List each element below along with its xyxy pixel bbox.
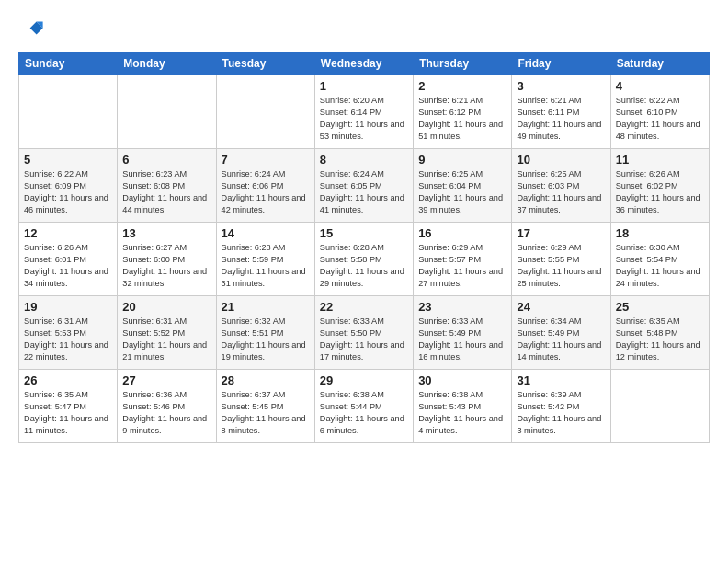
calendar-cell: 30Sunrise: 6:38 AM Sunset: 5:43 PM Dayli…	[414, 370, 512, 443]
calendar-cell: 11Sunrise: 6:26 AM Sunset: 6:02 PM Dayli…	[610, 149, 709, 223]
day-number: 22	[320, 300, 408, 314]
calendar-cell: 21Sunrise: 6:32 AM Sunset: 5:51 PM Dayli…	[216, 296, 314, 370]
calendar-cell: 13Sunrise: 6:27 AM Sunset: 6:00 PM Dayli…	[118, 223, 216, 296]
calendar-cell: 12Sunrise: 6:26 AM Sunset: 6:01 PM Dayli…	[19, 223, 118, 296]
day-number: 19	[24, 300, 112, 314]
calendar-cell	[118, 75, 216, 149]
weekday-header-wednesday: Wednesday	[314, 52, 413, 75]
calendar-cell: 10Sunrise: 6:25 AM Sunset: 6:03 PM Dayli…	[512, 149, 610, 223]
calendar-header-row: SundayMondayTuesdayWednesdayThursdayFrid…	[19, 52, 710, 75]
calendar-week-row: 5Sunrise: 6:22 AM Sunset: 6:09 PM Daylig…	[19, 149, 710, 223]
day-number: 17	[517, 226, 605, 240]
day-info: Sunrise: 6:37 AM Sunset: 5:45 PM Dayligh…	[222, 389, 310, 437]
day-number: 16	[418, 226, 506, 240]
calendar-cell: 28Sunrise: 6:37 AM Sunset: 5:45 PM Dayli…	[216, 370, 314, 443]
calendar-cell: 7Sunrise: 6:24 AM Sunset: 6:06 PM Daylig…	[216, 149, 314, 223]
calendar-cell: 25Sunrise: 6:35 AM Sunset: 5:48 PM Dayli…	[610, 296, 709, 370]
day-info: Sunrise: 6:29 AM Sunset: 5:57 PM Dayligh…	[418, 242, 506, 290]
day-number: 10	[517, 153, 605, 167]
day-info: Sunrise: 6:38 AM Sunset: 5:43 PM Dayligh…	[418, 389, 506, 437]
day-info: Sunrise: 6:38 AM Sunset: 5:44 PM Dayligh…	[320, 389, 408, 437]
calendar-cell	[610, 370, 709, 443]
day-number: 11	[616, 153, 704, 167]
day-info: Sunrise: 6:33 AM Sunset: 5:50 PM Dayligh…	[320, 316, 408, 363]
calendar-cell: 19Sunrise: 6:31 AM Sunset: 5:53 PM Dayli…	[19, 296, 118, 370]
day-number: 20	[122, 300, 210, 314]
day-number: 21	[222, 300, 310, 314]
calendar-cell: 17Sunrise: 6:29 AM Sunset: 5:55 PM Dayli…	[512, 223, 610, 296]
page: SundayMondayTuesdayWednesdayThursdayFrid…	[0, 0, 728, 563]
calendar-cell	[19, 75, 118, 149]
day-info: Sunrise: 6:22 AM Sunset: 6:09 PM Dayligh…	[24, 168, 112, 216]
calendar-cell: 4Sunrise: 6:22 AM Sunset: 6:10 PM Daylig…	[610, 75, 709, 149]
day-info: Sunrise: 6:25 AM Sunset: 6:03 PM Dayligh…	[517, 168, 605, 216]
day-info: Sunrise: 6:26 AM Sunset: 6:01 PM Dayligh…	[24, 242, 112, 290]
day-info: Sunrise: 6:34 AM Sunset: 5:49 PM Dayligh…	[517, 316, 605, 363]
day-number: 15	[320, 226, 408, 240]
day-info: Sunrise: 6:39 AM Sunset: 5:42 PM Dayligh…	[517, 389, 605, 437]
day-number: 31	[517, 373, 605, 387]
calendar-cell: 23Sunrise: 6:33 AM Sunset: 5:49 PM Dayli…	[414, 296, 512, 370]
day-number: 28	[222, 373, 310, 387]
calendar-table: SundayMondayTuesdayWednesdayThursdayFrid…	[18, 52, 710, 443]
weekday-header-saturday: Saturday	[610, 52, 709, 75]
calendar-week-row: 19Sunrise: 6:31 AM Sunset: 5:53 PM Dayli…	[19, 296, 710, 370]
day-number: 12	[24, 226, 112, 240]
day-number: 9	[418, 153, 506, 167]
weekday-header-tuesday: Tuesday	[216, 52, 314, 75]
logo-icon	[18, 17, 44, 42]
day-number: 4	[616, 79, 704, 93]
day-info: Sunrise: 6:21 AM Sunset: 6:12 PM Dayligh…	[418, 95, 506, 143]
day-info: Sunrise: 6:29 AM Sunset: 5:55 PM Dayligh…	[517, 242, 605, 290]
calendar-cell: 2Sunrise: 6:21 AM Sunset: 6:12 PM Daylig…	[414, 75, 512, 149]
calendar-cell: 22Sunrise: 6:33 AM Sunset: 5:50 PM Dayli…	[314, 296, 413, 370]
day-number: 27	[122, 373, 210, 387]
calendar-cell	[216, 75, 314, 149]
day-info: Sunrise: 6:35 AM Sunset: 5:48 PM Dayligh…	[616, 316, 704, 363]
day-info: Sunrise: 6:28 AM Sunset: 5:59 PM Dayligh…	[222, 242, 310, 290]
weekday-header-sunday: Sunday	[19, 52, 118, 75]
day-info: Sunrise: 6:31 AM Sunset: 5:52 PM Dayligh…	[122, 316, 210, 363]
weekday-header-thursday: Thursday	[414, 52, 512, 75]
weekday-header-monday: Monday	[118, 52, 216, 75]
calendar-week-row: 1Sunrise: 6:20 AM Sunset: 6:14 PM Daylig…	[19, 75, 710, 149]
day-number: 18	[616, 226, 704, 240]
header	[18, 17, 710, 42]
day-info: Sunrise: 6:35 AM Sunset: 5:47 PM Dayligh…	[24, 389, 112, 437]
day-info: Sunrise: 6:23 AM Sunset: 6:08 PM Dayligh…	[122, 168, 210, 216]
calendar-cell: 29Sunrise: 6:38 AM Sunset: 5:44 PM Dayli…	[314, 370, 413, 443]
day-number: 13	[122, 226, 210, 240]
day-info: Sunrise: 6:32 AM Sunset: 5:51 PM Dayligh…	[222, 316, 310, 363]
calendar-cell: 26Sunrise: 6:35 AM Sunset: 5:47 PM Dayli…	[19, 370, 118, 443]
weekday-header-friday: Friday	[512, 52, 610, 75]
day-info: Sunrise: 6:33 AM Sunset: 5:49 PM Dayligh…	[418, 316, 506, 363]
calendar-cell: 20Sunrise: 6:31 AM Sunset: 5:52 PM Dayli…	[118, 296, 216, 370]
day-info: Sunrise: 6:28 AM Sunset: 5:58 PM Dayligh…	[320, 242, 408, 290]
calendar-cell: 8Sunrise: 6:24 AM Sunset: 6:05 PM Daylig…	[314, 149, 413, 223]
day-info: Sunrise: 6:25 AM Sunset: 6:04 PM Dayligh…	[418, 168, 506, 216]
calendar-cell: 9Sunrise: 6:25 AM Sunset: 6:04 PM Daylig…	[414, 149, 512, 223]
day-info: Sunrise: 6:27 AM Sunset: 6:00 PM Dayligh…	[122, 242, 210, 290]
day-number: 23	[418, 300, 506, 314]
day-info: Sunrise: 6:31 AM Sunset: 5:53 PM Dayligh…	[24, 316, 112, 363]
day-number: 1	[320, 79, 408, 93]
day-number: 5	[24, 153, 112, 167]
calendar-week-row: 26Sunrise: 6:35 AM Sunset: 5:47 PM Dayli…	[19, 370, 710, 443]
day-info: Sunrise: 6:21 AM Sunset: 6:11 PM Dayligh…	[517, 95, 605, 143]
calendar-cell: 6Sunrise: 6:23 AM Sunset: 6:08 PM Daylig…	[118, 149, 216, 223]
calendar-cell: 5Sunrise: 6:22 AM Sunset: 6:09 PM Daylig…	[19, 149, 118, 223]
day-info: Sunrise: 6:26 AM Sunset: 6:02 PM Dayligh…	[616, 168, 704, 216]
calendar-cell: 1Sunrise: 6:20 AM Sunset: 6:14 PM Daylig…	[314, 75, 413, 149]
day-number: 7	[222, 153, 310, 167]
day-number: 14	[222, 226, 310, 240]
day-number: 8	[320, 153, 408, 167]
calendar-cell: 14Sunrise: 6:28 AM Sunset: 5:59 PM Dayli…	[216, 223, 314, 296]
day-number: 26	[24, 373, 112, 387]
calendar-cell: 27Sunrise: 6:36 AM Sunset: 5:46 PM Dayli…	[118, 370, 216, 443]
day-number: 24	[517, 300, 605, 314]
calendar-cell: 18Sunrise: 6:30 AM Sunset: 5:54 PM Dayli…	[610, 223, 709, 296]
day-info: Sunrise: 6:22 AM Sunset: 6:10 PM Dayligh…	[616, 95, 704, 143]
calendar-cell: 16Sunrise: 6:29 AM Sunset: 5:57 PM Dayli…	[414, 223, 512, 296]
calendar-cell: 24Sunrise: 6:34 AM Sunset: 5:49 PM Dayli…	[512, 296, 610, 370]
logo	[18, 17, 48, 42]
